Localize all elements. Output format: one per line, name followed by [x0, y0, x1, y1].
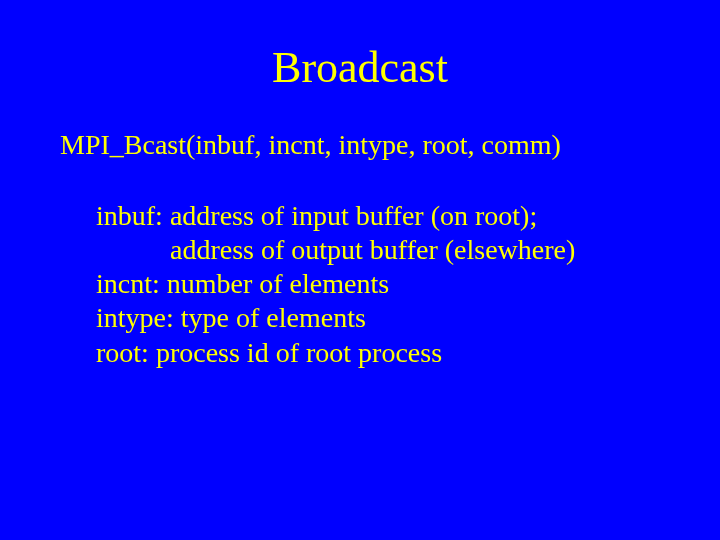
slide: Broadcast MPI_Bcast(inbuf, incnt, intype…: [0, 0, 720, 540]
parameter-list: inbuf: address of input buffer (on root)…: [50, 199, 670, 370]
param-incnt: incnt: number of elements: [96, 267, 670, 301]
param-intype: intype: type of elements: [96, 301, 670, 335]
function-signature: MPI_Bcast(inbuf, incnt, intype, root, co…: [50, 129, 670, 161]
slide-title: Broadcast: [50, 42, 670, 93]
param-inbuf-line1: inbuf: address of input buffer (on root)…: [96, 199, 670, 233]
param-root: root: process id of root process: [96, 336, 670, 370]
param-inbuf-line2: address of output buffer (elsewhere): [96, 233, 670, 267]
